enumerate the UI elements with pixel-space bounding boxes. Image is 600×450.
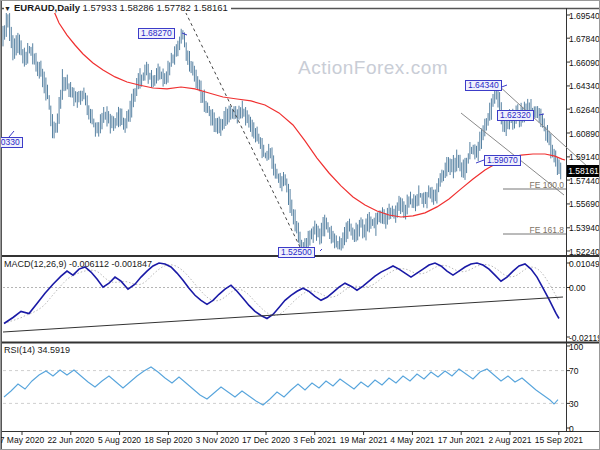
rsi-axis-tick: 30 [569,399,600,409]
rsi-axis-tick: 100 [569,342,600,352]
trading-chart-window: ▼EURAUD,Daily 1.57933 1.58286 1.57782 1.… [0,0,600,450]
price-axis-tick: 1.59140 [569,152,600,162]
rsi-axis-tick: 70 [569,366,600,376]
symbol-period-label: EURAUD,Daily [14,2,80,13]
date-axis-tick: 15 Sep 2021 [528,435,590,445]
price-axis-tick: 1.69540 [569,11,600,21]
price-annotation-label[interactable]: 1.52500 [278,247,315,258]
macd-indicator-label: MACD(12,26,9) -0.006112 -0.001847 [4,259,152,269]
price-annotation-label[interactable]: 1.64340 [465,80,502,91]
price-axis-tick: 1.52240 [569,247,600,257]
fib-extension-label: FE 161.8 [504,225,564,235]
price-axis-tick: 1.67840 [569,34,600,44]
price-annotation-label[interactable]: 1.60330 [0,137,23,148]
ohlc-quotes: 1.57933 1.58286 1.57782 1.58161 [83,2,228,13]
price-annotation-label[interactable]: 1.68270 [138,28,175,39]
chevron-down-icon[interactable]: ▼ [4,5,11,12]
macd-axis-tick: 0.010494 [569,259,600,269]
price-axis-tick: 1.60890 [569,129,600,139]
price-axis-tick: 1.66090 [569,58,600,68]
price-axis-tick: 1.64340 [569,81,600,91]
macd-axis-tick: 0.00 [569,283,600,293]
current-price-tag: 1.58161 [567,165,600,177]
price-annotation-label[interactable]: 1.59070 [484,155,521,166]
price-annotation-label[interactable]: 1.62320 [497,110,534,121]
chart-title-bar: ▼EURAUD,Daily 1.57933 1.58286 1.57782 1.… [4,2,231,13]
rsi-axis-tick: 0 [569,424,600,434]
fib-extension-label: FE 100.0 [504,180,564,190]
rsi-indicator-label: RSI(14) 34.5919 [4,345,70,355]
price-axis-tick: 1.53940 [569,223,600,233]
price-axis-tick: 1.62640 [569,105,600,115]
price-axis-tick: 1.55690 [569,199,600,209]
